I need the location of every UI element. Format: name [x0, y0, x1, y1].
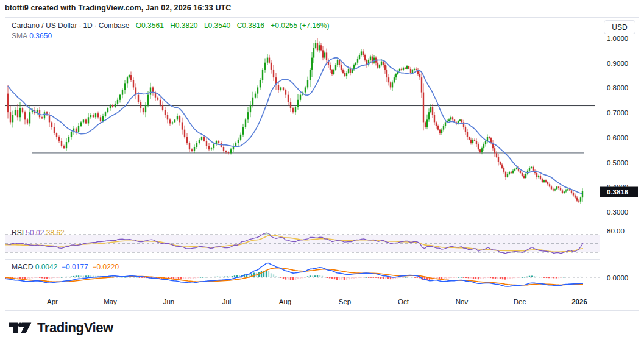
macd-histogram-bar: [134, 277, 135, 278]
macd-legend[interactable]: MACD 0.0042 −0.0177 −0.0220: [12, 262, 119, 272]
price-tick-label: 0.6000: [607, 134, 628, 141]
macd-histogram-bar: [68, 277, 69, 277]
macd-histogram-bar: [400, 277, 401, 278]
candle-body: [311, 58, 313, 70]
macd-histogram-bar: [492, 277, 494, 279]
macd-histogram-bar: [185, 277, 186, 279]
candle-body: [130, 75, 132, 80]
candle-body: [395, 74, 397, 77]
candle-body: [392, 82, 393, 87]
candle-body: [71, 132, 72, 137]
candle-body: [410, 69, 411, 73]
rsi-legend[interactable]: RSI 50.02 38.62: [12, 228, 65, 238]
candle-body: [257, 87, 258, 93]
interval-label[interactable]: 1D: [83, 21, 92, 30]
candle-body: [428, 112, 430, 119]
candle-body: [465, 127, 466, 132]
candle-body: [416, 69, 417, 70]
candle-body: [307, 80, 308, 87]
candle-body: [501, 165, 503, 168]
candle-body: [383, 62, 384, 65]
candle-body: [124, 83, 126, 90]
rsi-pane[interactable]: [5, 225, 600, 259]
macd-histogram-bar: [529, 276, 530, 277]
tradingview-logo[interactable]: TradingView: [9, 319, 113, 336]
candle-body: [388, 77, 389, 82]
candle-body: [322, 50, 324, 57]
macd-histogram-bar: [202, 277, 203, 278]
macd-histogram-bar: [546, 277, 547, 278]
macd-histogram-bar: [412, 277, 413, 278]
candle-body: [469, 137, 470, 140]
candle-body: [24, 112, 26, 119]
macd-histogram-bar: [273, 274, 274, 277]
macd-histogram-bar: [565, 277, 567, 277]
candle-body: [61, 141, 62, 146]
candle-body: [434, 115, 435, 122]
candle-body: [283, 87, 284, 90]
candle-body: [317, 43, 318, 50]
candle-body: [97, 113, 99, 117]
pane-divider[interactable]: [5, 225, 639, 225]
candle-body: [331, 70, 333, 74]
candle-body: [355, 63, 356, 65]
rsi-value: 50.02: [26, 229, 44, 237]
macd-histogram-bar: [561, 277, 562, 278]
macd-histogram-bar: [519, 277, 520, 278]
macd-histogram-bar: [193, 277, 194, 279]
macd-histogram-bar: [475, 277, 476, 279]
macd-histogram-bar: [495, 277, 496, 279]
macd-histogram-bar: [553, 277, 554, 278]
candle-body: [573, 193, 574, 195]
candle-body: [412, 70, 413, 73]
candle-body: [441, 130, 442, 133]
macd-histogram-bar: [24, 277, 26, 279]
macd-histogram-bar: [275, 276, 277, 277]
candle-body: [83, 119, 84, 122]
macd-histogram-bar: [463, 277, 464, 278]
macd-histogram-bar: [122, 277, 123, 278]
price-change: +0.0255 (+7.16%): [271, 21, 329, 30]
macd-histogram-bar: [548, 277, 550, 278]
macd-histogram-bar: [578, 277, 579, 277]
sma-label: SMA: [12, 32, 27, 40]
macd-histogram-bar: [356, 277, 357, 278]
candle-body: [115, 104, 116, 107]
candle-body: [129, 75, 130, 77]
macd-hist-value: 0.0042: [35, 263, 58, 271]
price-pane[interactable]: [5, 18, 600, 225]
candle-body: [230, 149, 232, 153]
sma-legend[interactable]: SMA 0.3650: [12, 31, 52, 41]
candle-body: [333, 70, 334, 74]
candle-body: [203, 137, 205, 141]
macd-histogram-bar: [451, 277, 452, 278]
candle-body: [117, 100, 118, 104]
candle-body: [12, 115, 13, 122]
candle-body: [523, 176, 525, 178]
candle-body: [29, 112, 30, 123]
symbol-title[interactable]: Cardano / US Dollar: [12, 21, 77, 30]
candle-body: [562, 190, 563, 193]
candle-body: [49, 115, 50, 122]
candle-body: [330, 65, 331, 70]
macd-histogram-bar: [490, 277, 491, 278]
macd-histogram-bar: [470, 277, 472, 278]
ohlc-low: L0.3540: [204, 21, 230, 30]
time-axis-month-label: Oct: [398, 298, 409, 305]
currency-button[interactable]: USD: [604, 20, 635, 34]
price-axis[interactable]: USD 0.3816 1.00000.90000.80000.70000.600…: [600, 18, 639, 294]
candle-body: [578, 201, 579, 202]
candle-body: [533, 167, 534, 171]
candle-body: [547, 182, 548, 184]
candle-body: [247, 112, 249, 119]
symbol-legend[interactable]: Cardano / US Dollar·1D·Coinbase O0.3561 …: [12, 21, 329, 31]
candle-body: [17, 110, 18, 117]
candle-body: [196, 143, 197, 147]
pane-divider[interactable]: [5, 259, 639, 260]
candle-body: [405, 68, 406, 69]
candle-body: [107, 108, 108, 112]
candle-body: [432, 107, 433, 115]
candle-body: [76, 129, 77, 132]
time-axis[interactable]: AprMayJunJulAugSepOctNovDec2026: [5, 294, 639, 310]
ohlc-high: H0.3820: [170, 21, 197, 30]
